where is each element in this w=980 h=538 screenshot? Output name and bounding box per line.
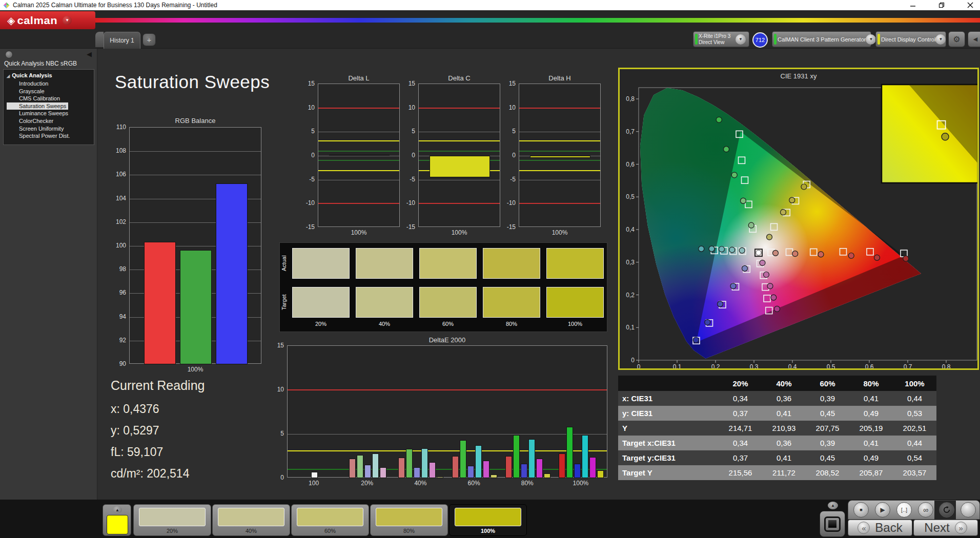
bar — [521, 464, 527, 478]
chart-rgb-ytick: 96 — [110, 289, 126, 296]
single-measure-button[interactable]: [‥] — [896, 502, 912, 518]
tree-item-introduction[interactable]: Introduction — [7, 80, 94, 88]
measured-point — [718, 301, 723, 307]
pattern-generator-dropdown[interactable]: ▼ — [866, 34, 876, 45]
display-control-button[interactable]: Direct Display Control ▼ — [875, 31, 946, 47]
current-reading-cdm2: cd/m²: 202,514 — [111, 463, 205, 484]
chart-de-xtick: 80% — [501, 480, 554, 487]
tree-item-screen-uniformity[interactable]: Screen Uniformity — [7, 125, 94, 133]
pattern-swatch-80%[interactable]: 80% — [370, 504, 448, 536]
meter-device-button[interactable]: X-Rite i1Pro 3 Direct View ▼ — [693, 31, 749, 47]
swatch-col-label: 40% — [356, 321, 413, 327]
table-row: Target x:CIE310,340,360,390,410,44 — [618, 436, 936, 450]
display-control-dropdown[interactable]: ▼ — [935, 34, 946, 45]
back-button[interactable]: « Back — [848, 520, 912, 536]
bar — [513, 435, 520, 478]
continuous-measure-button[interactable]: ∞ — [918, 502, 933, 518]
chart-rgb-ytick: 98 — [110, 265, 126, 273]
table-row: Target Y215,56211,72208,52205,87203,57 — [618, 465, 936, 480]
refresh-button[interactable] — [939, 502, 954, 518]
bar — [372, 453, 379, 478]
meter-status-bar — [695, 34, 698, 45]
bar — [144, 242, 176, 364]
sidebar-options-button[interactable] — [5, 51, 13, 58]
pattern-generator-button[interactable]: CalMAN Client 3 Pattern Generator ▼ — [772, 31, 871, 47]
bar — [430, 156, 490, 177]
cell-value: 214,71 — [719, 421, 762, 436]
white-point-measured — [756, 250, 761, 255]
reference-line — [318, 203, 399, 204]
display-control-status-bar — [877, 34, 880, 45]
reference-line — [519, 170, 600, 171]
cell-value: 208,52 — [806, 465, 849, 480]
actual-target-swatch-panel: ActualTarget20%40%60%80%100% — [279, 242, 607, 332]
tree-item-spectral-power-dist-[interactable]: Spectral Power Dist. — [7, 132, 94, 140]
measured-point — [792, 251, 798, 257]
swatch-chip — [218, 508, 284, 526]
target-swatch-40% — [356, 287, 413, 318]
calman-window: Calman 2025 Calman Ultimate for Business… — [0, 0, 980, 538]
measured-point — [705, 320, 710, 325]
pattern-swatch-20%[interactable]: 20% — [133, 504, 211, 536]
play-button[interactable]: ▶ — [875, 502, 890, 518]
measurement-table: 20%40%60%80%100% x: CIE310,340,360,390,4… — [618, 376, 936, 480]
minimize-button[interactable] — [907, 1, 918, 9]
pattern-expand-button[interactable]: ▲ — [113, 506, 122, 513]
swatch-col-label: 80% — [483, 321, 540, 327]
pattern-window-panel: ▲ — [103, 504, 131, 536]
extra-button[interactable] — [961, 502, 976, 518]
delta-l-chart: Delta L151050-5-10-15100% — [299, 74, 402, 239]
row-label: y: CIE31 — [618, 406, 719, 421]
rainbow-strip — [95, 18, 980, 23]
cell-value: 0,45 — [806, 406, 849, 421]
measured-point — [693, 337, 699, 343]
table-row: x: CIE310,340,360,390,410,44 — [618, 391, 936, 406]
tree-root[interactable]: ◢Quick Analysis — [7, 72, 94, 80]
svg-text:0,7: 0,7 — [904, 363, 912, 368]
chart-de-xtick: 100% — [554, 480, 607, 487]
measured-point — [729, 247, 735, 253]
chart-dh-ytick: 5 — [500, 128, 516, 135]
chart-dl-title: Delta L — [318, 74, 400, 82]
tab-history-1[interactable]: History 1 — [104, 32, 140, 49]
chart-rgb-ytick: 102 — [110, 218, 126, 225]
tree-item-luminance-sweeps[interactable]: Luminance Sweeps — [7, 110, 94, 117]
reference-line — [519, 160, 600, 161]
transport-expand-button[interactable]: ▲ — [828, 502, 838, 509]
settings-button[interactable]: ⚙ — [948, 31, 965, 47]
cie-1931-diagram: 000,10,10,20,20,30,30,40,40,50,50,60,60,… — [620, 69, 977, 368]
chart-dc-ytick: 5 — [400, 128, 415, 135]
cell-value: 207,75 — [806, 421, 849, 436]
table-header-80%: 80% — [849, 376, 893, 391]
cell-value: 0,41 — [762, 406, 806, 421]
pattern-swatch-100%[interactable]: 100% — [449, 504, 527, 536]
restore-button[interactable] — [936, 1, 947, 9]
tree-item-cms-calibration[interactable]: CMS Calibration — [7, 95, 94, 102]
refresh-icon — [943, 506, 950, 513]
stop-button[interactable]: ■ — [853, 502, 869, 518]
stop-measurement-button[interactable] — [820, 511, 845, 537]
tree-item-grayscale[interactable]: Grayscale — [7, 88, 94, 95]
logo-menu-button[interactable]: ▼ — [63, 16, 72, 25]
next-button[interactable]: Next » — [913, 520, 978, 536]
inset-measured-point — [942, 133, 949, 140]
add-tab-button[interactable]: + — [142, 33, 156, 46]
reference-line — [519, 108, 600, 109]
sidebar-collapse-icon[interactable]: ◀ — [87, 50, 92, 58]
bar — [414, 467, 420, 478]
reference-line — [419, 108, 500, 109]
chart-dh-ytick: -15 — [500, 223, 516, 231]
chart-dc-ytick: 15 — [400, 80, 415, 87]
meter-dropdown[interactable]: ▼ — [736, 34, 746, 45]
tree-root-label: Quick Analysis — [12, 72, 52, 78]
table-header-20%: 20% — [719, 376, 762, 391]
tree-item-colorchecker[interactable]: ColorChecker — [7, 117, 94, 125]
chart-rgb-ytick: 92 — [110, 337, 126, 344]
cell-value: 215,56 — [719, 465, 762, 480]
collapse-panel-button[interactable]: ◀ — [968, 31, 980, 47]
svg-text:0,3: 0,3 — [750, 363, 759, 368]
pattern-swatch-40%[interactable]: 40% — [212, 504, 290, 536]
close-button[interactable] — [965, 1, 976, 9]
tree-item-saturation-sweeps[interactable]: Saturation Sweeps — [7, 102, 68, 110]
pattern-swatch-60%[interactable]: 60% — [291, 504, 369, 536]
